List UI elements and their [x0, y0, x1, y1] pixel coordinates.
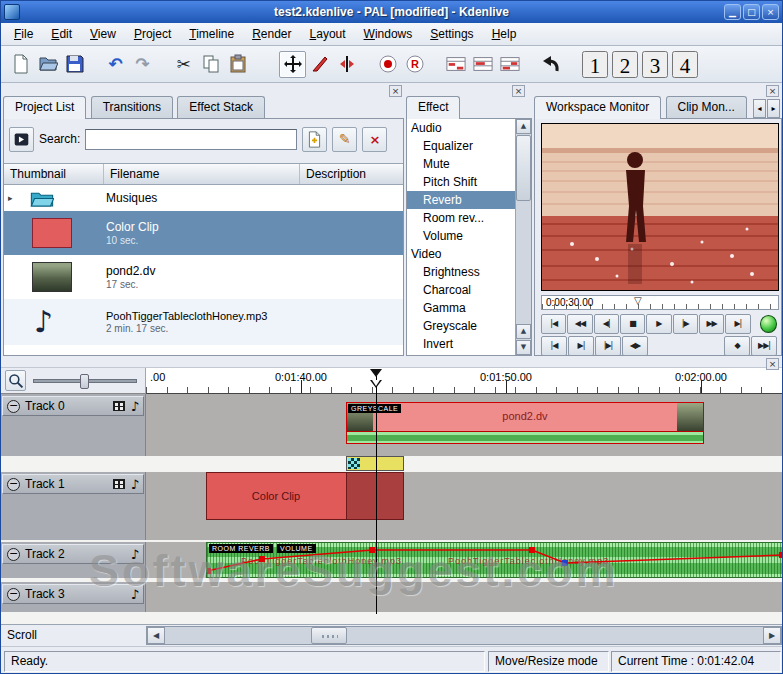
fast-forward-button[interactable]: ▶▶	[699, 314, 724, 334]
close-button[interactable]: ×	[762, 4, 779, 20]
marker-button[interactable]: ◆	[724, 336, 750, 356]
tab-effect[interactable]: Effect	[406, 96, 460, 119]
title-bar[interactable]: test2.kdenlive - PAL [modified] - Kdenli…	[1, 1, 782, 23]
show-all-tracks-button[interactable]	[442, 51, 469, 78]
play-section-button[interactable]: |▶|	[595, 336, 621, 356]
playhead-line[interactable]	[376, 376, 377, 614]
save-button[interactable]	[61, 51, 88, 78]
minimize-button[interactable]: ▁	[724, 4, 741, 20]
effect-item-mute[interactable]: Mute	[407, 155, 515, 173]
scrollbar-thumb[interactable]	[311, 627, 347, 644]
set-outpoint-button[interactable]: ▶|	[568, 336, 594, 356]
scroll-right-button[interactable]: ▶	[763, 627, 781, 644]
render-button[interactable]: R	[401, 51, 428, 78]
effect-item-pitch-shift[interactable]: Pitch Shift	[407, 173, 515, 191]
track-content-2[interactable]: ROOM REVERB VOLUME PoohTiggerTableclothH…	[146, 542, 783, 578]
scroll-left-button[interactable]: ◀	[147, 627, 165, 644]
effect-item-reverb[interactable]: Reverb	[407, 191, 515, 209]
paste-button[interactable]	[224, 51, 251, 78]
maximize-button[interactable]: □	[743, 4, 760, 20]
stop-button[interactable]: ■	[620, 314, 645, 334]
track-content-3[interactable]	[146, 582, 783, 612]
monitor-position-ruler[interactable]: 0:00:30.00 ▽	[541, 295, 779, 310]
search-input[interactable]	[85, 129, 297, 150]
layout-4-button[interactable]: 4	[672, 51, 698, 78]
zoom-slider[interactable]	[33, 379, 137, 383]
tab-effect-stack[interactable]: Effect Stack	[177, 96, 265, 119]
column-description[interactable]: Description	[300, 164, 403, 184]
list-item-pond2[interactable]: pond2.dv 17 sec.	[4, 255, 403, 299]
tab-workspace-monitor[interactable]: Workspace Monitor	[534, 96, 661, 119]
zoom-button[interactable]	[5, 370, 26, 391]
delete-clip-button[interactable]: ×	[362, 127, 387, 152]
close-timeline-dock-button[interactable]: ×	[766, 358, 779, 370]
cut-button[interactable]: ✂	[170, 51, 197, 78]
rewind-button[interactable]: ◀◀	[567, 314, 592, 334]
effect-group-video[interactable]: Video	[407, 245, 515, 263]
effect-item-volume[interactable]: Volume	[407, 227, 515, 245]
scrollbar-thumb[interactable]	[516, 135, 531, 201]
scroll-up-button-2[interactable]: ▲	[516, 324, 531, 339]
expander-icon[interactable]: ▸	[8, 193, 13, 203]
menu-item-layout[interactable]: Layout	[301, 23, 355, 45]
scroll-up-button[interactable]: ▲	[516, 119, 531, 134]
menu-item-project[interactable]: Project	[125, 23, 180, 45]
zoom-slider-handle[interactable]	[80, 374, 89, 389]
menu-item-windows[interactable]: Windows	[355, 23, 422, 45]
track-content-0[interactable]: pond2.dv GREYSCALE	[146, 394, 783, 456]
menu-item-timeline[interactable]: Timeline	[180, 23, 243, 45]
timeline-transition[interactable]	[346, 456, 404, 471]
collapse-track-button[interactable]: −	[7, 400, 20, 413]
collapse-track-button[interactable]: −	[7, 478, 20, 491]
add-clip-button[interactable]	[302, 127, 327, 152]
layout-2-button[interactable]: 2	[612, 51, 638, 78]
list-item-color-clip[interactable]: Color Clip 10 sec.	[4, 211, 403, 255]
effect-item-gamma[interactable]: Gamma	[407, 299, 515, 317]
play-loop-button[interactable]: ▶▶|	[751, 336, 777, 356]
menu-item-view[interactable]: View	[81, 23, 125, 45]
tab-clip-monitor[interactable]: Clip Mon...	[666, 96, 747, 119]
volume-envelope[interactable]	[207, 543, 783, 579]
tab-scroll-right-button[interactable]: ▸	[767, 99, 780, 118]
tab-project-list[interactable]: Project List	[3, 96, 86, 119]
timeline-horizontal-scrollbar[interactable]: ◀ ▶	[146, 626, 782, 645]
go-end-button[interactable]: ▶|	[725, 314, 750, 334]
tab-transitions[interactable]: Transitions	[91, 96, 173, 119]
set-inpoint-button[interactable]: |◀	[541, 336, 567, 356]
spacer-tool-button[interactable]	[333, 51, 360, 78]
layout-3-button[interactable]: 3	[642, 51, 668, 78]
effect-item-greyscale[interactable]: Greyscale	[407, 317, 515, 335]
menu-item-help[interactable]: Help	[483, 23, 526, 45]
record-button[interactable]	[374, 51, 401, 78]
redo-button[interactable]: ↷	[129, 51, 156, 78]
timeline-clip-audio[interactable]: ROOM REVERB VOLUME PoohTiggerTableclothH…	[206, 542, 783, 578]
effect-item-room-reverb[interactable]: Room rev...	[407, 209, 515, 227]
scroll-down-button[interactable]: ▼	[516, 340, 531, 355]
new-document-button[interactable]	[7, 51, 34, 78]
undo-button[interactable]: ↶	[102, 51, 129, 78]
timeline-clip-color[interactable]: Color Clip	[206, 472, 404, 520]
list-item-musiques[interactable]: ▸ Musiques	[4, 185, 403, 211]
menu-item-settings[interactable]: Settings	[421, 23, 482, 45]
show-audio-tracks-button[interactable]	[496, 51, 523, 78]
monitor-position-marker[interactable]: ▽	[634, 295, 642, 306]
effect-scrollbar[interactable]: ▲ ▲ ▼	[515, 119, 531, 355]
show-video-tracks-button[interactable]	[469, 51, 496, 78]
effect-item-brightness[interactable]: Brightness	[407, 263, 515, 281]
effect-item-equalizer[interactable]: Equalizer	[407, 137, 515, 155]
collapse-track-button[interactable]: −	[7, 548, 20, 561]
frame-back-button[interactable]: ◀|	[594, 314, 619, 334]
column-filename[interactable]: Filename	[104, 164, 300, 184]
monitor-status-ball[interactable]	[760, 315, 778, 333]
fit-zoom-button[interactable]	[537, 51, 564, 78]
go-start-button[interactable]: |◀	[541, 314, 566, 334]
copy-button[interactable]	[197, 51, 224, 78]
move-tool-button[interactable]	[279, 51, 306, 78]
play-button[interactable]: ▶	[646, 314, 671, 334]
frame-forward-button[interactable]: |▶	[673, 314, 698, 334]
effect-item-invert[interactable]: Invert	[407, 335, 515, 353]
edit-clip-button[interactable]: ✎	[332, 127, 357, 152]
open-project-button[interactable]	[34, 51, 61, 78]
layout-1-button[interactable]: 1	[582, 51, 608, 78]
list-item-mp3[interactable]: ♪ PoohTiggerTableclothHoney.mp3 2 min. 1…	[4, 299, 403, 345]
